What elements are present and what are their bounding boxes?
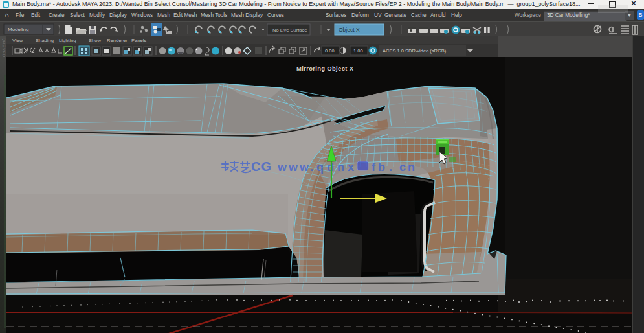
svg-text:Object X: Object X <box>339 27 360 33</box>
svg-text:cn: cn <box>399 161 417 174</box>
svg-text:CG: CG <box>251 159 272 174</box>
svg-text:ACES 1.0 SDR-video (sRGB): ACES 1.0 SDR-video (sRGB) <box>383 48 447 54</box>
svg-text:.: . <box>389 161 392 174</box>
svg-text:qdnx: qdnx <box>316 161 357 174</box>
svg-text:1.00: 1.00 <box>353 48 363 54</box>
svg-text:fb: fb <box>372 161 388 174</box>
svg-text:0.00: 0.00 <box>325 48 335 54</box>
svg-text:No Live Surface: No Live Surface <box>272 27 307 33</box>
svg-text:Modeling: Modeling <box>8 27 28 32</box>
svg-text:www.: www. <box>277 161 315 174</box>
